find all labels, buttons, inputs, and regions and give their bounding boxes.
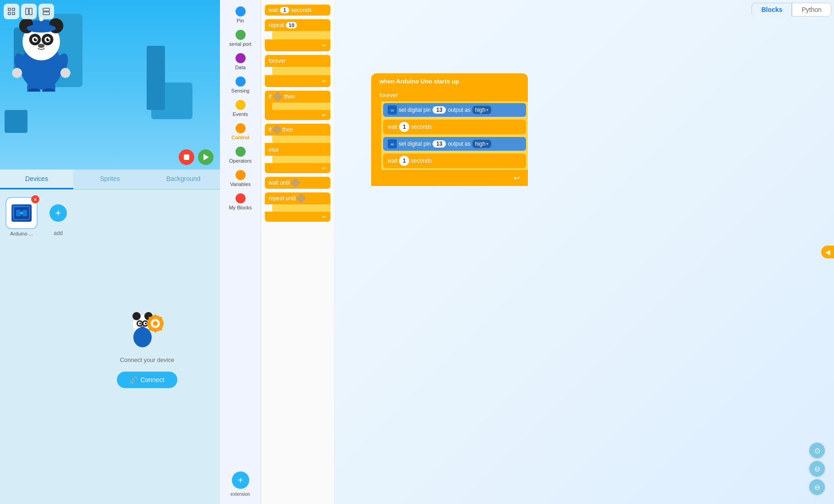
zoom-out-btn[interactable]: ⊖ bbox=[809, 479, 825, 495]
add-device-btn[interactable]: + bbox=[42, 197, 74, 229]
connect-device-text: Connect your device bbox=[120, 356, 175, 363]
output-value-dropdown-2[interactable]: high ▾ bbox=[472, 140, 492, 148]
serial-dot bbox=[236, 30, 246, 40]
trigger-hat[interactable]: when Arduino Uno starts up bbox=[371, 73, 528, 89]
svg-rect-27 bbox=[12, 12, 15, 15]
workspace: Blocks Python ◀ when Arduino Uno starts … bbox=[335, 0, 834, 504]
palette-item-my-blocks[interactable]: My Blocks bbox=[222, 191, 259, 213]
palette-item-pin[interactable]: Pin bbox=[222, 4, 259, 26]
svg-rect-32 bbox=[14, 207, 29, 219]
fullscreen-btn[interactable] bbox=[4, 4, 19, 19]
devices-area: × Arduino ... + bbox=[5, 195, 74, 499]
block-repeat[interactable]: repeat 10 ↩ bbox=[265, 19, 330, 51]
my-blocks-dot bbox=[236, 193, 246, 203]
block-wait[interactable]: wait 1 seconds bbox=[265, 5, 330, 16]
tab-sprites[interactable]: Sprites bbox=[73, 170, 147, 189]
add-device-label: add bbox=[54, 230, 63, 236]
tab-blocks[interactable]: Blocks bbox=[752, 3, 792, 16]
zoom-in-icon: ⊙ bbox=[814, 446, 820, 455]
connect-panda-icon bbox=[124, 306, 170, 352]
dropdown-arrow-2: ▾ bbox=[486, 142, 488, 146]
trigger-label: when Arduino Uno starts up bbox=[379, 78, 459, 85]
forever-block[interactable]: forever ∞ set digital pin 13 output as h… bbox=[371, 89, 528, 186]
connect-device-area: Connect your device 🔗 Connect bbox=[80, 195, 214, 499]
palette-item-sensing[interactable]: Sensing bbox=[222, 74, 259, 96]
output-as-text-2: output as bbox=[448, 141, 470, 147]
palette-item-serial-port[interactable]: serial port bbox=[222, 27, 259, 49]
block-forever[interactable]: forever ↩ bbox=[265, 55, 330, 87]
palette-item-variables[interactable]: Variables bbox=[222, 167, 259, 190]
palette-item-events[interactable]: Events bbox=[222, 97, 259, 120]
svg-rect-25 bbox=[12, 8, 15, 11]
serial-label: serial port bbox=[229, 41, 251, 47]
connect-button[interactable]: 🔗 Connect bbox=[117, 372, 177, 388]
zoom-reset-btn[interactable]: ⊖ bbox=[809, 461, 825, 477]
output-as-text-1: output as bbox=[448, 107, 470, 113]
stop-button[interactable] bbox=[179, 149, 194, 165]
split-view-btn[interactable] bbox=[38, 4, 54, 19]
extension-button[interactable]: + bbox=[232, 471, 249, 489]
svg-rect-24 bbox=[8, 8, 11, 11]
grid-view-btn[interactable] bbox=[21, 4, 37, 19]
block-if-then-else[interactable]: if then else ↩ bbox=[265, 124, 330, 173]
tab-background[interactable]: Background bbox=[147, 170, 220, 189]
svg-rect-14 bbox=[33, 20, 49, 29]
wait-value-1: 1 bbox=[399, 122, 409, 132]
sensing-label: Sensing bbox=[231, 88, 250, 93]
wait-text-2: wait bbox=[388, 158, 397, 164]
blocks-panel: wait 1 seconds repeat 10 ↩ forever ↩ if … bbox=[261, 0, 335, 504]
dropdown-arrow-1: ▾ bbox=[486, 108, 488, 112]
remove-device-btn[interactable]: × bbox=[31, 195, 39, 203]
set-pin-text-2: set digital pin bbox=[399, 141, 431, 147]
arduino-icon bbox=[11, 204, 32, 222]
expand-button[interactable]: ◀ bbox=[821, 246, 834, 258]
variables-dot bbox=[236, 170, 246, 180]
output-val-1: high bbox=[475, 107, 486, 113]
output-value-dropdown-1[interactable]: high ▾ bbox=[472, 106, 492, 114]
svg-point-10 bbox=[35, 38, 37, 40]
wait-block-1[interactable]: wait 1 seconds bbox=[383, 120, 526, 134]
zoom-in-btn[interactable]: ⊙ bbox=[809, 443, 825, 458]
set-digital-pin-2[interactable]: ∞ set digital pin 13 output as high ▾ bbox=[383, 137, 526, 151]
palette-item-data[interactable]: Data bbox=[222, 50, 259, 73]
infinity-icon-2: ∞ bbox=[388, 139, 397, 148]
tab-devices[interactable]: Devices bbox=[0, 170, 73, 189]
extension-label: extension bbox=[230, 492, 250, 497]
forever-label: forever bbox=[379, 92, 398, 99]
svg-rect-31 bbox=[43, 12, 49, 15]
blocks-palette: Pin serial port Data Sensing Events Cont… bbox=[220, 0, 261, 504]
arduino-device-label: Arduino ... bbox=[10, 231, 33, 236]
wait-suffix-1: seconds bbox=[411, 124, 432, 130]
output-val-2: high bbox=[475, 141, 486, 147]
svg-point-11 bbox=[48, 38, 50, 40]
block-if-then[interactable]: if then ↩ bbox=[265, 91, 330, 120]
data-dot bbox=[236, 53, 246, 63]
block-wait-until[interactable]: wait until bbox=[265, 177, 330, 189]
palette-item-control[interactable]: Control bbox=[222, 121, 259, 143]
tab-python[interactable]: Python bbox=[792, 3, 831, 16]
wait-text-1: wait bbox=[388, 124, 397, 130]
run-button[interactable] bbox=[198, 149, 214, 165]
wait-block-2[interactable]: wait 1 seconds bbox=[383, 153, 526, 168]
control-dot bbox=[236, 123, 246, 133]
zoom-out-icon: ⊖ bbox=[814, 483, 820, 492]
arduino-device-card[interactable]: × bbox=[5, 197, 38, 229]
view-tabs: Blocks Python bbox=[749, 0, 834, 19]
block-repeat-until[interactable]: repeat until ↩ bbox=[265, 192, 330, 222]
palette-item-operators[interactable]: Operators bbox=[222, 144, 259, 166]
svg-point-12 bbox=[38, 44, 45, 48]
wait-suffix-2: seconds bbox=[411, 158, 432, 164]
events-label: Events bbox=[233, 111, 248, 117]
svg-rect-30 bbox=[43, 8, 49, 11]
svg-rect-26 bbox=[8, 12, 11, 15]
set-digital-pin-1[interactable]: ∞ set digital pin 13 output as high ▾ bbox=[383, 103, 526, 117]
svg-rect-50 bbox=[154, 314, 156, 317]
operators-dot bbox=[236, 147, 246, 157]
pin-value-2: 13 bbox=[433, 140, 446, 148]
pin-dot bbox=[236, 6, 246, 16]
my-blocks-label: My Blocks bbox=[229, 205, 252, 210]
svg-point-49 bbox=[153, 321, 158, 326]
control-label: Control bbox=[231, 135, 249, 140]
svg-point-19 bbox=[60, 68, 71, 78]
data-label: Data bbox=[235, 65, 246, 70]
